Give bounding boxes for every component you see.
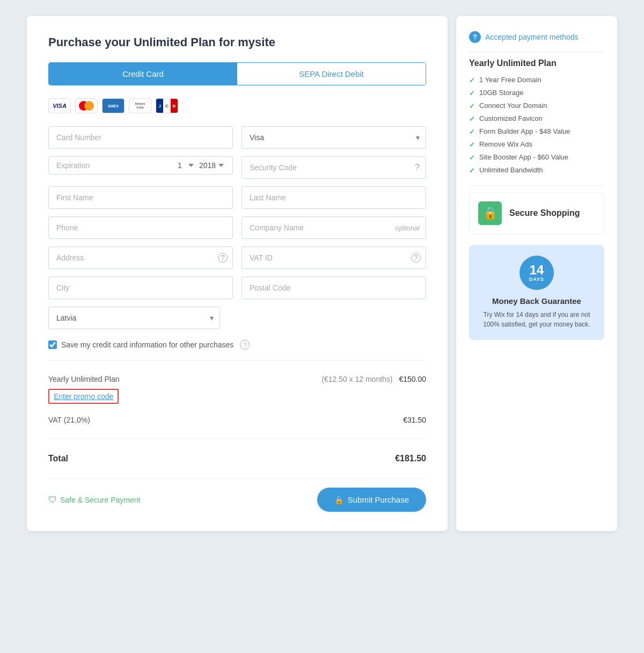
feature-list: ✓ 1 Year Free Domain ✓ 10GB Storage ✓ Co… — [469, 76, 604, 175]
right-divider-2 — [469, 185, 604, 186]
security-code-help-icon[interactable]: ? — [415, 163, 420, 172]
vat-row: VAT (21.0%) €31.50 — [48, 410, 426, 430]
last-name-input[interactable] — [241, 186, 426, 209]
address-input[interactable] — [48, 246, 233, 269]
accepted-title: Accepted payment methods — [485, 33, 579, 41]
tab-sepa[interactable]: SEPA Direct Debit — [237, 63, 426, 85]
country-select[interactable]: Latvia Lithuania Estonia Germany France … — [48, 307, 220, 329]
save-card-label: Save my credit card information for othe… — [61, 340, 233, 349]
first-name-group — [48, 186, 233, 209]
feature-item-1: ✓ 10GB Storage — [469, 89, 604, 97]
country-row: Latvia Lithuania Estonia Germany France … — [48, 307, 426, 329]
exp-month-select[interactable]: 1 2 3 4 5 6 7 8 9 10 11 12 — [178, 161, 195, 170]
secure-shopping-lock-icon: 🔒 — [478, 201, 502, 225]
check-icon-7: ✓ — [469, 166, 475, 175]
money-back-desc: Try Wix for 14 days and if you are not 1… — [478, 310, 596, 329]
mastercard-card-icon — [75, 98, 98, 113]
right-divider-1 — [469, 52, 604, 52]
money-back-title: Money Back Guarantee — [478, 296, 596, 306]
bottom-row: 🛡 Safe & Secure Payment 🔒 Submit Purchas… — [48, 488, 426, 512]
security-code-wrapper: ? — [241, 156, 426, 179]
feature-item-3: ✓ Customized Favicon — [469, 114, 604, 123]
company-name-group: optional — [241, 216, 426, 239]
check-icon-3: ✓ — [469, 115, 475, 123]
submit-divider — [48, 478, 426, 479]
left-panel: Purchase your Unlimited Plan for mysite … — [27, 16, 448, 531]
feature-item-4: ✓ Form Builder App - $48 Value — [469, 127, 604, 136]
vat-amount: €31.50 — [403, 416, 426, 424]
expiry-security-row: Expiration 1 2 3 4 5 6 7 8 9 10 11 12 — [48, 156, 426, 179]
city-group — [48, 277, 233, 299]
feature-item-6: ✓ Site Booster App - $60 Value — [469, 153, 604, 162]
vat-id-help-icon[interactable]: ? — [411, 253, 421, 263]
postal-code-group — [241, 277, 426, 299]
check-icon-5: ✓ — [469, 141, 475, 149]
days-badge: 14 DAYS — [519, 256, 554, 290]
check-icon-0: ✓ — [469, 76, 475, 84]
right-panel: ? Accepted payment methods Yearly Unlimi… — [456, 16, 617, 531]
plan-price-value: (€12.50 x 12 months) €150.00 — [321, 375, 426, 383]
check-icon-2: ✓ — [469, 102, 475, 110]
shield-icon: 🛡 — [48, 495, 57, 505]
first-name-input[interactable] — [48, 186, 233, 209]
card-number-group — [48, 126, 233, 149]
promo-code-row: Enter promo code — [48, 389, 426, 404]
check-icon-6: ✓ — [469, 154, 475, 162]
days-label: DAYS — [529, 277, 544, 282]
city-postal-row — [48, 277, 426, 299]
jcb-card-icon: J C B — [156, 98, 178, 113]
security-code-input[interactable] — [241, 156, 426, 179]
secure-shopping-label: Secure Shopping — [509, 208, 580, 218]
right-plan-title: Yearly Unlimited Plan — [469, 59, 604, 68]
info-icon: ? — [469, 31, 481, 43]
security-code-group: ? — [241, 156, 426, 179]
expiration-label: Expiration — [56, 161, 173, 170]
card-type-group: Visa Mastercard Amex Diners Club JCB ▾ — [241, 126, 426, 149]
accepted-payments-header: ? Accepted payment methods — [469, 31, 604, 43]
card-type-select-wrapper: Visa Mastercard Amex Diners Club JCB ▾ — [241, 126, 426, 149]
money-back-box: 14 DAYS Money Back Guarantee Try Wix for… — [469, 245, 604, 340]
save-card-checkbox[interactable] — [48, 340, 57, 349]
card-type-select[interactable]: Visa Mastercard Amex Diners Club JCB — [241, 126, 426, 149]
promo-code-link[interactable]: Enter promo code — [48, 389, 119, 404]
lock-icon: 🔒 — [334, 496, 343, 504]
card-number-input[interactable] — [48, 126, 233, 149]
phone-input[interactable] — [48, 216, 233, 239]
postal-code-input[interactable] — [241, 277, 426, 299]
total-divider — [48, 438, 426, 439]
company-name-input[interactable] — [241, 216, 426, 239]
feature-item-0: ✓ 1 Year Free Domain — [469, 76, 604, 84]
total-row: Total €181.50 — [48, 447, 426, 470]
vat-label: VAT (21.0%) — [48, 416, 90, 424]
check-icon-1: ✓ — [469, 89, 475, 97]
address-group: ? — [48, 246, 233, 269]
address-vat-row: ? ? — [48, 246, 426, 269]
address-help-icon[interactable]: ? — [218, 253, 228, 263]
submit-purchase-button[interactable]: 🔒 Submit Purchase — [317, 488, 426, 512]
secure-shopping-box: 🔒 Secure Shopping — [469, 192, 604, 234]
save-card-help-icon[interactable]: ? — [240, 340, 250, 350]
name-row — [48, 186, 426, 209]
city-input[interactable] — [48, 277, 233, 299]
country-select-wrapper: Latvia Lithuania Estonia Germany France … — [48, 307, 220, 329]
feature-item-5: ✓ Remove Wix Ads — [469, 140, 604, 149]
feature-item-2: ✓ Connect Your Domain — [469, 101, 604, 110]
exp-year-select[interactable]: 2018 2019 2020 2021 2022 2023 2024 2025 — [199, 161, 225, 170]
plan-pricing-row: Yearly Unlimited Plan (€12.50 x 12 month… — [48, 369, 426, 389]
country-group: Latvia Lithuania Estonia Germany France … — [48, 307, 220, 329]
total-amount: €181.50 — [395, 454, 426, 463]
tab-credit-card[interactable]: Credit Card — [49, 63, 237, 85]
vat-id-group: ? — [241, 246, 426, 269]
pricing-divider — [48, 360, 426, 361]
diners-card-icon: DinersClub — [129, 98, 151, 113]
save-card-row: Save my credit card information for othe… — [48, 340, 426, 350]
tab-bar: Credit Card SEPA Direct Debit — [48, 62, 426, 85]
check-icon-4: ✓ — [469, 128, 475, 136]
phone-company-row: optional — [48, 216, 426, 239]
vat-id-input[interactable] — [241, 246, 426, 269]
page-title: Purchase your Unlimited Plan for mysite — [48, 35, 426, 49]
address-wrapper: ? — [48, 246, 233, 269]
last-name-group — [241, 186, 426, 209]
visa-card-icon: VISA — [48, 98, 71, 113]
amex-card-icon: AMEX — [102, 98, 125, 113]
